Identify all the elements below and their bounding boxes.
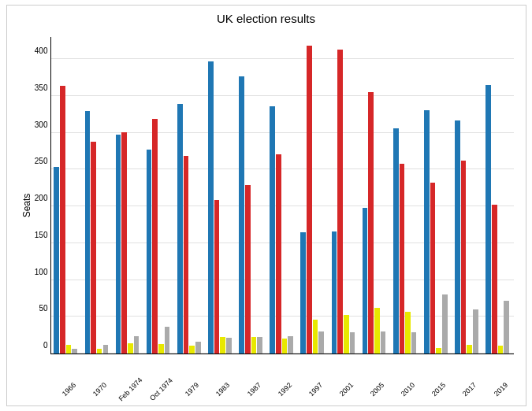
bar-Feb 1974-conservative (116, 135, 121, 354)
x-label-1987: 1987 (245, 381, 262, 398)
bar-1970-others (103, 345, 109, 354)
x-label-2015: 2015 (430, 381, 447, 398)
bar-1966-conservative (54, 167, 59, 354)
bar-1970-liberal (97, 349, 102, 354)
x-label-2017: 2017 (461, 381, 478, 398)
bar-1979-conservative (177, 104, 183, 354)
bar-1987-labour (245, 185, 251, 354)
x-label-1970: 1970 (91, 381, 108, 398)
x-label-2019: 2019 (492, 381, 508, 398)
x-label-1992: 1992 (277, 381, 293, 398)
bar-1987-conservative (239, 76, 244, 354)
bar-1979-labour (184, 156, 189, 354)
bar-Feb 1974-others (134, 336, 140, 354)
bar-1983-labour (214, 200, 220, 354)
bar-2015-conservative (424, 110, 430, 354)
bar-Feb 1974-liberal (128, 343, 133, 354)
x-label-2010: 2010 (400, 381, 416, 398)
bar-2019-conservative (485, 85, 491, 354)
bar-2015-liberal (436, 348, 441, 354)
y-tick-label-0: 0 (43, 341, 48, 350)
bar-1997-conservative (300, 232, 306, 354)
chart-area: 05010015020025030035040019661970Feb 1974… (50, 37, 514, 354)
bar-2019-labour (492, 205, 497, 354)
y-tick-label-250: 250 (35, 157, 48, 165)
bar-1970-conservative (85, 111, 91, 354)
bar-1983-conservative (208, 61, 214, 354)
y-tick-400 (51, 58, 514, 59)
y-tick-label-200: 200 (35, 194, 48, 202)
bar-2010-liberal (405, 312, 411, 354)
bar-2017-liberal (467, 345, 472, 354)
bar-Oct 1974-liberal (158, 344, 164, 354)
y-tick-label-300: 300 (35, 120, 48, 128)
y-tick-300 (51, 132, 514, 133)
bar-2015-others (442, 294, 448, 354)
bar-Oct 1974-conservative (147, 150, 152, 354)
x-label-2005: 2005 (369, 381, 385, 398)
y-tick-label-400: 400 (35, 46, 48, 55)
bar-1992-labour (276, 154, 281, 354)
bar-2017-labour (461, 161, 467, 354)
y-tick-label-50: 50 (39, 304, 47, 313)
y-tick-label-150: 150 (35, 230, 48, 239)
bar-1997-others (318, 331, 324, 354)
bar-1987-liberal (251, 337, 257, 354)
y-tick-label-100: 100 (35, 267, 48, 276)
bar-1970-labour (91, 142, 96, 354)
y-tick-350 (51, 95, 514, 96)
bar-2017-conservative (455, 120, 460, 354)
x-label-2001: 2001 (338, 381, 355, 398)
bar-2005-others (381, 331, 386, 354)
y-tick-label-350: 350 (35, 83, 48, 91)
bar-1992-others (288, 336, 293, 354)
bar-2010-conservative (393, 128, 399, 354)
bar-2010-labour (400, 164, 405, 354)
bar-1992-conservative (270, 106, 275, 354)
bar-2001-liberal (344, 315, 349, 354)
bar-1983-liberal (220, 337, 225, 354)
bar-1966-liberal (66, 345, 72, 354)
bar-1983-others (226, 338, 232, 354)
x-label-1966: 1966 (61, 381, 77, 398)
bar-1992-liberal (282, 339, 288, 354)
chart-title: UK election results (7, 6, 526, 28)
bar-1997-liberal (313, 320, 318, 354)
x-label-1983: 1983 (214, 381, 231, 398)
bar-2005-conservative (363, 208, 368, 354)
bar-2017-others (473, 309, 478, 354)
chart-container: UK election results Seats conservative l… (6, 5, 526, 406)
bar-2001-labour (337, 50, 343, 354)
x-label-1997: 1997 (307, 381, 324, 398)
bar-2005-labour (368, 92, 374, 354)
bar-Feb 1974-labour (121, 132, 127, 354)
bar-2001-others (350, 332, 355, 354)
bar-1987-others (257, 337, 262, 354)
bar-1997-labour (307, 46, 312, 354)
bar-1966-labour (60, 86, 65, 354)
bar-Oct 1974-labour (152, 119, 158, 354)
bar-1979-others (195, 342, 201, 354)
bar-1979-liberal (189, 346, 195, 354)
y-axis-label: Seats (21, 194, 32, 218)
bar-2019-others (504, 301, 509, 354)
bar-1966-others (72, 349, 77, 354)
bar-Oct 1974-others (165, 327, 170, 354)
bar-2015-labour (430, 183, 436, 354)
x-label-1979: 1979 (184, 381, 200, 398)
bar-2019-liberal (498, 346, 504, 354)
bar-2010-others (411, 332, 417, 354)
bar-2005-liberal (374, 308, 380, 354)
x-label-Oct 1974: Oct 1974 (148, 376, 174, 402)
x-label-Feb 1974: Feb 1974 (117, 376, 144, 403)
bar-2001-conservative (332, 231, 337, 354)
